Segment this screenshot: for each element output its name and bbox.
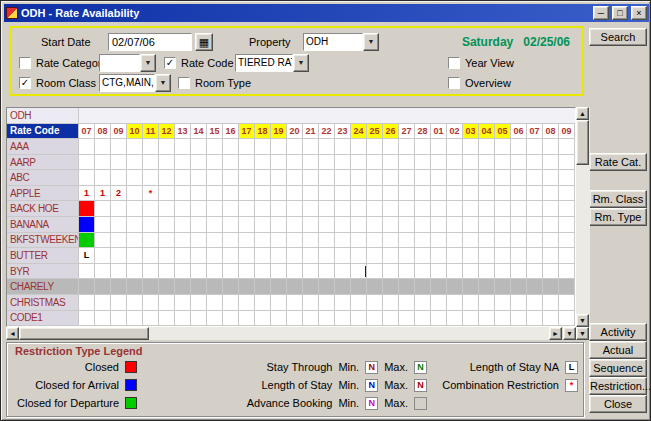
grid-cell[interactable] [351,139,367,155]
rate-code-row-label[interactable]: CODE1 [7,311,79,327]
grid-cell[interactable] [239,295,255,311]
grid-cell[interactable] [383,155,399,171]
grid-cell[interactable] [383,295,399,311]
grid-cell[interactable] [95,279,111,295]
grid-cell[interactable] [239,217,255,233]
grid-cell[interactable] [127,217,143,233]
grid-cell[interactable] [495,217,511,233]
grid-cell[interactable] [479,311,495,327]
grid-cell[interactable] [511,186,527,202]
grid-cell[interactable] [399,295,415,311]
grid-cell[interactable] [431,233,447,249]
grid-cell[interactable] [383,279,399,295]
grid-cell[interactable] [559,279,575,295]
grid-cell[interactable] [255,279,271,295]
grid-cell[interactable] [511,170,527,186]
grid-cell[interactable] [127,311,143,327]
grid-cell[interactable] [79,201,95,217]
grid-cell[interactable] [431,264,447,280]
grid-cell[interactable] [463,139,479,155]
grid-cell[interactable] [431,139,447,155]
grid-cell[interactable] [399,248,415,264]
close-window-button[interactable]: × [631,6,647,20]
grid-cell[interactable] [367,155,383,171]
grid-cell[interactable] [159,295,175,311]
grid-cell[interactable] [271,264,287,280]
grid-cell[interactable] [319,201,335,217]
grid-cell[interactable] [543,139,559,155]
scroll-down-icon[interactable]: ▼ [576,314,589,327]
grid-cell[interactable] [207,155,223,171]
grid-cell[interactable] [287,217,303,233]
grid-cell[interactable] [191,170,207,186]
grid-cell[interactable] [271,201,287,217]
grid-cell[interactable] [559,295,575,311]
grid-cell[interactable] [559,311,575,327]
date-header-cell[interactable]: 16 [223,124,239,140]
grid-cell[interactable] [431,201,447,217]
grid-cell[interactable] [543,186,559,202]
grid-cell[interactable] [367,139,383,155]
date-header-cell[interactable]: 09 [111,124,127,140]
grid-cell[interactable] [527,201,543,217]
grid-cell[interactable] [335,279,351,295]
grid-cell[interactable] [335,155,351,171]
grid-cell[interactable] [399,139,415,155]
grid-cell[interactable]: L [79,248,95,264]
grid-cell[interactable] [351,311,367,327]
grid-cell[interactable] [143,295,159,311]
date-header-cell[interactable]: 20 [287,124,303,140]
date-header-cell[interactable]: 21 [303,124,319,140]
grid-cell[interactable] [111,264,127,280]
grid-cell[interactable] [335,248,351,264]
grid-cell[interactable] [431,170,447,186]
grid-cell[interactable] [143,170,159,186]
grid-cell[interactable] [79,279,95,295]
grid-cell[interactable] [399,201,415,217]
grid-cell[interactable] [127,295,143,311]
room-class-select[interactable]: CTG,MAIN,E ▼ [99,74,171,92]
grid-cell[interactable] [303,279,319,295]
grid-cell[interactable] [191,186,207,202]
grid-cell[interactable] [335,295,351,311]
date-header-cell[interactable]: 03 [463,124,479,140]
grid-cell[interactable] [271,186,287,202]
grid-cell[interactable] [479,186,495,202]
grid-cell[interactable] [159,139,175,155]
grid-cell[interactable] [543,311,559,327]
grid-cell[interactable] [335,139,351,155]
scroll-up-icon[interactable]: ▲ [576,107,589,120]
grid-cell[interactable] [255,139,271,155]
grid-cell[interactable] [303,170,319,186]
grid-cell[interactable] [511,248,527,264]
grid-cell[interactable] [367,186,383,202]
grid-cell[interactable] [191,279,207,295]
grid-cell[interactable] [431,295,447,311]
calendar-icon[interactable]: ▦ [195,33,213,51]
grid-cell[interactable] [415,233,431,249]
grid-cell[interactable] [527,170,543,186]
grid-cell[interactable] [79,295,95,311]
grid-cell[interactable] [463,155,479,171]
grid-cell[interactable] [511,201,527,217]
grid-cell[interactable] [527,295,543,311]
grid-cell[interactable] [559,248,575,264]
grid-cell[interactable] [463,279,479,295]
grid-cell[interactable] [543,155,559,171]
room-type-checkbox[interactable] [178,77,190,89]
grid-cell[interactable] [527,139,543,155]
grid-cell[interactable] [335,186,351,202]
grid-cell[interactable] [95,201,111,217]
grid-cell[interactable] [511,233,527,249]
grid-cell[interactable] [319,311,335,327]
date-header-cell[interactable]: 14 [191,124,207,140]
rm-type-button[interactable]: Rm. Type [589,208,647,226]
grid-cell[interactable] [511,311,527,327]
grid-cell[interactable] [255,217,271,233]
grid-cell[interactable] [175,311,191,327]
property-select[interactable]: ODH ▼ [303,33,379,51]
grid-cell[interactable] [527,264,543,280]
grid-cell[interactable] [543,170,559,186]
grid-cell[interactable] [303,155,319,171]
grid-cell[interactable] [239,139,255,155]
